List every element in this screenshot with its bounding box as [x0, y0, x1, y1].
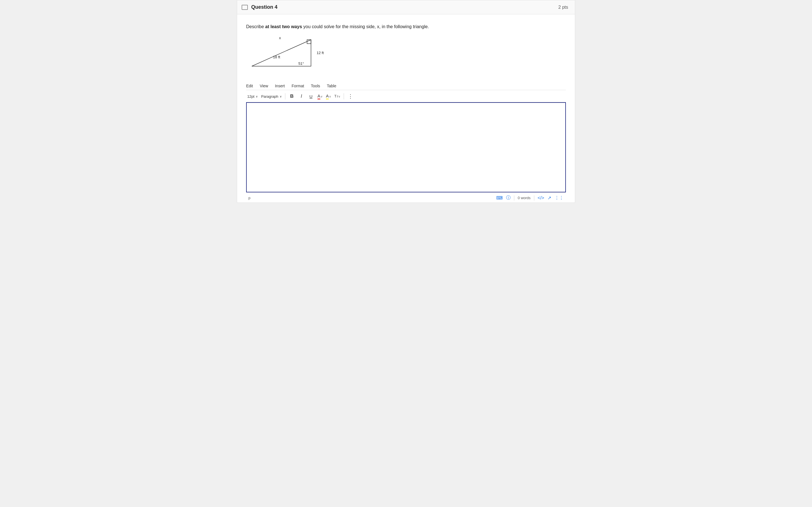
grid-icon[interactable]: ⋮⋮: [555, 195, 564, 201]
more-options-button[interactable]: ⋮: [346, 93, 355, 100]
menu-view[interactable]: View: [260, 83, 268, 88]
menu-edit[interactable]: Edit: [246, 83, 253, 88]
toolbar-divider-2: [344, 93, 344, 100]
highlight-arrow: ∨: [329, 95, 331, 98]
label-vert: 12 ft: [317, 51, 324, 55]
font-size-value: 12pt: [247, 94, 254, 99]
highlight-button[interactable]: A ∨: [325, 93, 332, 100]
superscript-arrow: ∨: [338, 95, 340, 98]
label-x: x: [279, 36, 281, 40]
question-header: Question 4 2 pts: [237, 0, 575, 14]
font-size-select[interactable]: 12pt ∨: [246, 94, 259, 99]
info-icon[interactable]: ⓘ: [506, 195, 511, 201]
menu-table[interactable]: Table: [327, 83, 336, 88]
keyboard-icon[interactable]: ⌨: [496, 195, 503, 201]
editor-textarea[interactable]: [246, 102, 566, 192]
bottom-divider-2: [534, 195, 534, 201]
question-text-before: Describe: [246, 24, 265, 29]
font-color-button[interactable]: A ∨: [316, 93, 324, 100]
superscript-button[interactable]: T2 ∨: [333, 93, 342, 100]
editor-toolbar: 12pt ∨ Paragraph ∨ B I U: [246, 91, 566, 102]
triangle-svg: x 18 ft 12 ft 51°: [248, 36, 327, 72]
word-count: 0 words: [518, 196, 530, 200]
superscript-label: T: [335, 94, 336, 98]
highlight-icon: A: [326, 94, 329, 100]
label-angle: 51°: [298, 61, 304, 66]
svg-rect-1: [307, 40, 311, 44]
expand-icon[interactable]: ↗: [548, 195, 551, 201]
underline-button[interactable]: U: [307, 93, 315, 100]
question-text-bold: at least two ways: [265, 24, 302, 29]
paragraph-indicator: p: [248, 196, 250, 200]
bottom-icons: ⌨ ⓘ 0 words </> ↗ ⋮⋮: [496, 195, 564, 201]
triangle-area: x 18 ft 12 ft 51°: [248, 36, 566, 73]
editor-bottom-bar: p ⌨ ⓘ 0 words </> ↗ ⋮⋮: [246, 193, 566, 203]
superscript-sup: 2: [337, 95, 338, 98]
question-body: Describe at least two ways you could sol…: [237, 14, 575, 203]
bold-button[interactable]: B: [288, 93, 296, 100]
editor-menu: Edit View Insert Format Tools Table: [246, 81, 566, 90]
paragraph-style-value: Paragraph: [261, 94, 278, 99]
paragraph-chevron: ∨: [280, 95, 282, 98]
bottom-divider-1: [514, 195, 514, 201]
italic-button[interactable]: I: [297, 93, 306, 100]
question-text: Describe at least two ways you could sol…: [246, 23, 566, 30]
question-text-after: you could solve for the missing side, x,…: [302, 24, 429, 29]
question-title: Question 4: [251, 4, 277, 10]
font-color-arrow: ∨: [320, 95, 322, 98]
menu-tools[interactable]: Tools: [311, 83, 320, 88]
question-pts: 2 pts: [558, 5, 568, 10]
label-hyp: 18 ft: [273, 55, 280, 59]
code-view-icon[interactable]: </>: [538, 195, 544, 201]
page-container: Question 4 2 pts Describe at least two w…: [237, 0, 575, 203]
menu-format[interactable]: Format: [292, 83, 304, 88]
font-color-icon: A: [317, 94, 320, 100]
paragraph-style-select[interactable]: Paragraph ∨: [260, 94, 283, 99]
question-header-left: Question 4: [242, 4, 277, 10]
flag-icon[interactable]: [242, 5, 248, 10]
font-size-chevron: ∨: [256, 95, 258, 98]
menu-insert[interactable]: Insert: [275, 83, 285, 88]
